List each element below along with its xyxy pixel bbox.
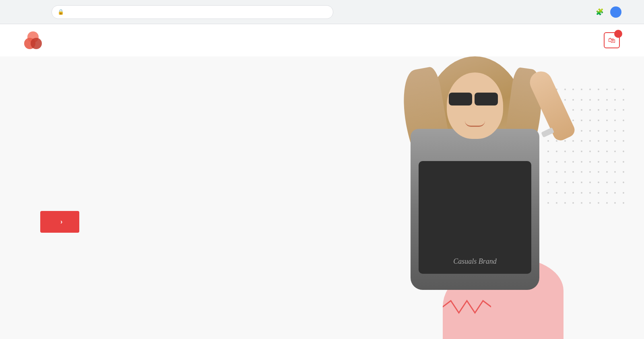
dot [623, 151, 624, 152]
forward-button[interactable] [21, 6, 32, 18]
dot [623, 140, 624, 142]
cart-icon: 🛍 [608, 36, 615, 45]
dot [623, 182, 624, 183]
extension-button[interactable]: 🧩 [594, 6, 605, 18]
browser-nav-buttons [6, 6, 47, 18]
dot [623, 99, 624, 101]
browser-right-icons: 🧩 [578, 6, 638, 18]
hero-section: › // Generate dots const dotContainer = … [0, 56, 644, 339]
dot [614, 182, 616, 183]
dot [614, 120, 616, 121]
get-started-button[interactable]: › [40, 211, 79, 233]
dot [623, 161, 624, 163]
hero-model-image: Casuals Brand [338, 56, 612, 338]
model-figure: Casuals Brand [378, 56, 572, 330]
dot [614, 140, 616, 142]
sunglass-left-lens [449, 93, 472, 105]
extension-icon: 🧩 [596, 8, 604, 16]
model-smile [465, 121, 485, 127]
dot [623, 109, 624, 111]
dot [623, 89, 624, 90]
profile-avatar[interactable] [610, 6, 621, 18]
cart-button[interactable]: 🛍 [604, 32, 620, 48]
hero-title [40, 163, 79, 194]
model-sunglasses [449, 93, 501, 107]
dot [623, 120, 624, 121]
browser-chrome: 🔒 🧩 [0, 0, 644, 24]
more-button[interactable] [626, 6, 638, 18]
dot [614, 89, 616, 90]
dot [623, 171, 624, 173]
address-bar[interactable]: 🔒 [52, 5, 333, 19]
dot [614, 161, 616, 163]
dot [614, 99, 616, 101]
hero-image-area: // Generate dots const dotContainer = do… [302, 56, 644, 339]
dot [614, 130, 616, 132]
star-button[interactable] [578, 6, 589, 18]
dot [614, 109, 616, 111]
dot [614, 171, 616, 173]
dot [623, 130, 624, 132]
site-nav: 🛍 [522, 32, 620, 48]
website-content: 🛍 › // G [0, 24, 644, 339]
back-button[interactable] [6, 6, 18, 18]
dot [623, 192, 624, 194]
reload-button[interactable] [35, 6, 47, 18]
logo[interactable] [24, 31, 45, 49]
dot [614, 202, 616, 204]
dot [614, 151, 616, 152]
cart-badge [614, 30, 622, 38]
sunglass-right-lens [475, 93, 498, 105]
shirt-text: Casuals Brand [453, 257, 497, 266]
site-header: 🛍 [0, 24, 644, 56]
arrow-icon: › [60, 218, 63, 225]
hero-content: › [40, 163, 79, 232]
logo-icon [24, 31, 42, 49]
dot [614, 192, 616, 194]
lock-icon: 🔒 [58, 9, 64, 15]
dot [623, 202, 624, 204]
logo-circle-right [31, 38, 42, 49]
model-body: Casuals Brand [411, 129, 539, 290]
model-watch [541, 127, 554, 137]
